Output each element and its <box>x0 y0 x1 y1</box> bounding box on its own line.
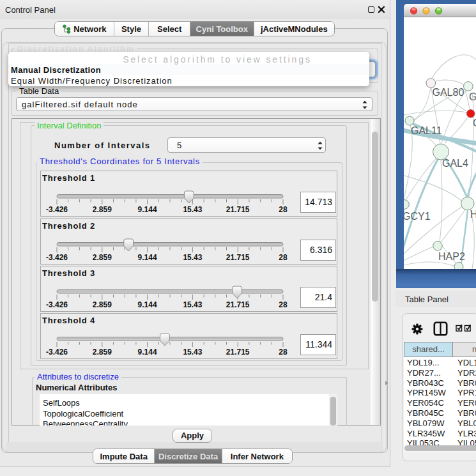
svg-text:21.715: 21.715 <box>226 348 250 357</box>
svg-text:2.859: 2.859 <box>93 253 112 262</box>
svg-text:9.144: 9.144 <box>138 205 157 214</box>
svg-text:21.715: 21.715 <box>226 205 250 214</box>
svg-text:9.144: 9.144 <box>138 300 157 309</box>
svg-text:-3.426: -3.426 <box>46 253 68 262</box>
svg-text:9.144: 9.144 <box>138 348 157 357</box>
svg-text:-3.426: -3.426 <box>46 205 68 214</box>
svg-text:28: 28 <box>279 348 288 357</box>
svg-text:15.43: 15.43 <box>183 253 202 262</box>
svg-text:2.859: 2.859 <box>93 348 112 357</box>
svg-text:21.715: 21.715 <box>226 253 250 262</box>
svg-text:2.859: 2.859 <box>93 300 112 309</box>
svg-text:21.715: 21.715 <box>226 300 250 309</box>
svg-text:28: 28 <box>279 300 288 309</box>
svg-text:15.43: 15.43 <box>183 205 202 214</box>
svg-text:2.859: 2.859 <box>93 205 112 214</box>
svg-text:-3.426: -3.426 <box>46 348 68 357</box>
svg-text:28: 28 <box>279 205 288 214</box>
svg-text:-3.426: -3.426 <box>46 300 68 309</box>
svg-text:15.43: 15.43 <box>183 300 202 309</box>
svg-text:15.43: 15.43 <box>183 348 202 357</box>
svg-text:28: 28 <box>279 253 288 262</box>
svg-text:9.144: 9.144 <box>138 253 157 262</box>
